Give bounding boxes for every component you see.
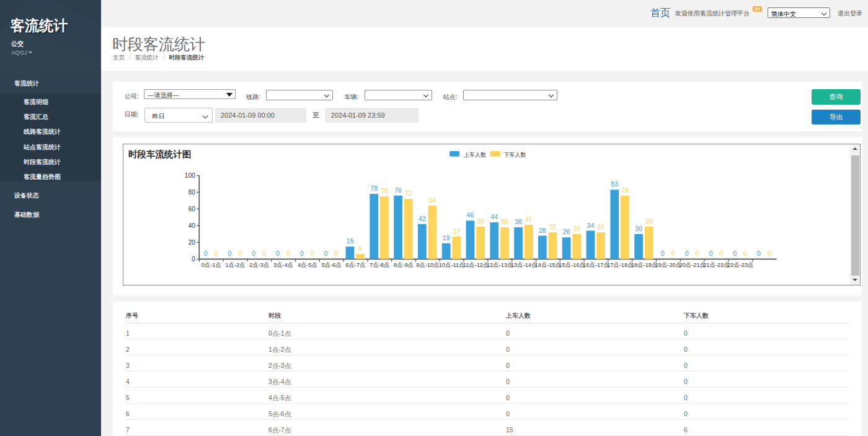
svg-text:64: 64 <box>428 196 436 204</box>
svg-text:0: 0 <box>214 250 218 258</box>
svg-text:20: 20 <box>188 240 195 246</box>
svg-text:17点-18点: 17点-18点 <box>607 262 633 268</box>
svg-text:0: 0 <box>684 250 688 258</box>
svg-text:0点-1点: 0点-1点 <box>201 262 221 268</box>
svg-text:30: 30 <box>635 225 642 232</box>
svg-text:15点-16点: 15点-16点 <box>559 262 585 268</box>
svg-text:39: 39 <box>477 217 484 225</box>
svg-text:8点-9点: 8点-9点 <box>394 262 414 268</box>
svg-text:9点-10点: 9点-10点 <box>416 262 439 268</box>
svg-text:0: 0 <box>286 250 290 258</box>
svg-text:下车人数: 下车人数 <box>503 152 526 158</box>
svg-text:0: 0 <box>334 250 338 258</box>
svg-text:26: 26 <box>562 229 570 236</box>
svg-text:2点-3点: 2点-3点 <box>249 262 269 268</box>
svg-text:72: 72 <box>404 190 412 198</box>
svg-text:100: 100 <box>185 173 195 180</box>
svg-text:76: 76 <box>394 186 402 194</box>
svg-text:34: 34 <box>587 222 594 229</box>
svg-text:10点-11点: 10点-11点 <box>438 262 464 268</box>
svg-text:20点-21点: 20点-21点 <box>679 262 705 268</box>
svg-text:上车人数: 上车人数 <box>464 152 486 158</box>
svg-text:15: 15 <box>346 238 353 245</box>
svg-text:28: 28 <box>538 227 546 234</box>
svg-text:3点-4点: 3点-4点 <box>273 262 293 268</box>
svg-text:0: 0 <box>203 250 207 258</box>
svg-text:42: 42 <box>418 215 426 222</box>
svg-text:0: 0 <box>743 250 746 258</box>
svg-text:14点-15点: 14点-15点 <box>534 262 560 268</box>
svg-text:0: 0 <box>757 250 761 258</box>
svg-text:0: 0 <box>695 250 699 258</box>
svg-text:19点-20点: 19点-20点 <box>655 262 681 268</box>
svg-text:0: 0 <box>310 250 314 258</box>
svg-text:0: 0 <box>660 250 664 258</box>
svg-text:0: 0 <box>767 250 771 258</box>
svg-text:76: 76 <box>621 186 629 194</box>
svg-text:6点-7点: 6点-7点 <box>345 262 365 268</box>
svg-text:16点-17点: 16点-17点 <box>583 262 609 268</box>
svg-text:27: 27 <box>453 227 460 235</box>
svg-text:80: 80 <box>188 190 195 196</box>
svg-text:12点-13点: 12点-13点 <box>487 262 513 268</box>
svg-text:38: 38 <box>501 219 508 226</box>
svg-text:0: 0 <box>719 250 723 258</box>
svg-text:60: 60 <box>188 206 195 213</box>
svg-text:0: 0 <box>733 250 737 258</box>
svg-text:0: 0 <box>276 250 280 258</box>
svg-text:83: 83 <box>611 181 618 188</box>
svg-text:38: 38 <box>515 219 522 226</box>
svg-text:46: 46 <box>466 212 474 219</box>
svg-text:0: 0 <box>262 250 265 258</box>
svg-text:78: 78 <box>370 185 378 193</box>
svg-text:40: 40 <box>188 223 195 230</box>
svg-text:32: 32 <box>597 224 604 231</box>
svg-text:0: 0 <box>671 250 675 258</box>
svg-text:0: 0 <box>252 250 255 258</box>
svg-text:4点-5点: 4点-5点 <box>297 262 317 268</box>
svg-text:0: 0 <box>228 250 231 258</box>
svg-text:0: 0 <box>709 250 712 258</box>
svg-text:21点-22点: 21点-22点 <box>703 262 729 268</box>
svg-text:11点-12点: 11点-12点 <box>463 262 489 268</box>
svg-text:7点-8点: 7点-8点 <box>370 262 389 268</box>
svg-text:39: 39 <box>645 217 652 225</box>
svg-text:41: 41 <box>525 216 532 224</box>
svg-text:18点-19点: 18点-19点 <box>631 262 657 268</box>
svg-text:75: 75 <box>381 188 388 195</box>
svg-text:30: 30 <box>573 225 580 232</box>
svg-text:1点-2点: 1点-2点 <box>225 262 245 268</box>
svg-text:32: 32 <box>549 224 556 231</box>
svg-text:6: 6 <box>358 245 362 253</box>
svg-text:44: 44 <box>490 213 498 220</box>
svg-text:0: 0 <box>299 250 303 258</box>
svg-text:0: 0 <box>192 256 195 263</box>
svg-text:0: 0 <box>238 250 242 258</box>
svg-text:13点-14点: 13点-14点 <box>510 262 536 268</box>
svg-text:0: 0 <box>324 250 327 258</box>
svg-text:5点-6点: 5点-6点 <box>321 262 341 268</box>
svg-text:22点-23点: 22点-23点 <box>727 262 753 268</box>
svg-text:19: 19 <box>442 234 450 242</box>
